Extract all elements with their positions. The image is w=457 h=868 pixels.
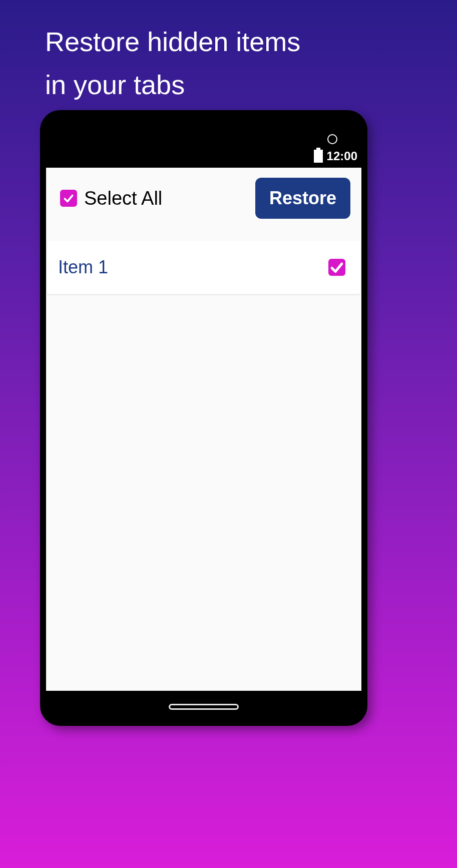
camera-icon (327, 134, 337, 144)
check-icon (62, 192, 75, 205)
select-all-group[interactable]: Select All (60, 188, 162, 209)
status-time: 12:00 (327, 149, 357, 163)
title-line-2: in your tabs (45, 63, 412, 106)
list-item[interactable]: Item 1 (47, 241, 360, 294)
restore-button[interactable]: Restore (255, 178, 350, 219)
battery-icon (314, 150, 323, 163)
item-list: Item 1 (46, 235, 361, 300)
title-line-1: Restore hidden items (45, 20, 412, 63)
app-screen: Select All Restore Item 1 (46, 168, 361, 691)
page-title: Restore hidden items in your tabs (0, 0, 457, 107)
status-bar: 12:00 (314, 149, 357, 163)
check-icon (328, 259, 345, 276)
home-indicator (169, 704, 239, 710)
phone-frame: 12:00 Select All Restore Item 1 (40, 110, 367, 726)
toolbar: Select All Restore (46, 168, 361, 235)
select-all-checkbox[interactable] (60, 190, 77, 207)
select-all-label: Select All (84, 188, 162, 209)
item-label: Item 1 (58, 257, 108, 278)
item-checkbox[interactable] (328, 259, 345, 276)
